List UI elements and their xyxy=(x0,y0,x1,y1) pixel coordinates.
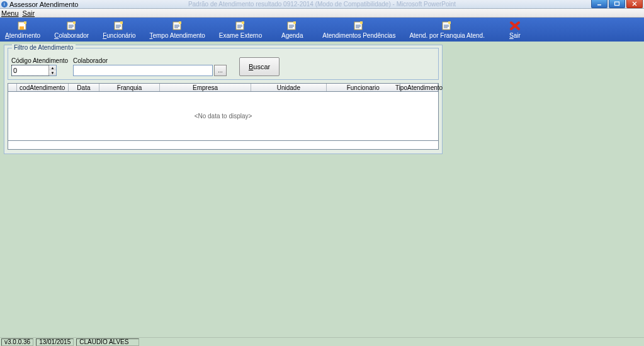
tool-label: Atendimentos Pendências xyxy=(322,32,395,39)
menu-item-menu[interactable]: Menu xyxy=(1,9,19,17)
tool-sair[interactable]: Sair xyxy=(499,20,531,39)
codigo-label: Código Atendimento xyxy=(11,57,68,64)
tool-atend-pendencias[interactable]: Atendimentos Pendências xyxy=(322,20,395,39)
grid-col-unidade[interactable]: Unidade xyxy=(251,84,326,91)
tool-colaborador[interactable]: Colaborador xyxy=(54,20,89,39)
codigo-input[interactable] xyxy=(12,65,48,75)
grid-col-tipoatendimento[interactable]: TipoAtendimento xyxy=(400,84,438,91)
tool-tempo-atendimento[interactable]: Tempo Atendimento xyxy=(149,20,205,39)
tool-exame-externo[interactable]: Exame Externo xyxy=(219,20,262,39)
colaborador-icon xyxy=(65,20,78,31)
svg-rect-1 xyxy=(615,2,619,6)
grid-footer-scroll[interactable] xyxy=(8,141,439,150)
exame-icon xyxy=(234,20,247,31)
grid-col-empresa[interactable]: Empresa xyxy=(160,84,251,91)
buscar-button[interactable]: Buscar xyxy=(239,57,280,76)
grid-body: <No data to display> xyxy=(8,92,439,141)
svg-rect-0 xyxy=(597,4,601,6)
minimize-button[interactable] xyxy=(591,0,607,8)
status-user: CLAUDIO ALVES xyxy=(76,338,139,346)
grid-col-data[interactable]: Data xyxy=(69,84,100,91)
spinner-arrows[interactable]: ▲ ▼ xyxy=(48,65,56,75)
tool-label: Funcionário xyxy=(103,32,135,39)
pendencias-icon xyxy=(353,20,365,31)
colaborador-input[interactable] xyxy=(73,65,213,76)
svg-rect-18 xyxy=(448,21,451,24)
tool-label: Sair xyxy=(509,32,521,39)
colaborador-lookup-button[interactable]: ... xyxy=(214,65,227,76)
tool-label: Colaborador xyxy=(54,32,89,39)
tool-agenda[interactable]: Agenda xyxy=(276,20,308,39)
svg-rect-16 xyxy=(360,21,363,24)
grid: codAtendimento Data Franquia Empresa Uni… xyxy=(8,83,439,150)
atendimento-panel: Filtro de Atendimento Código Atendimento… xyxy=(4,45,443,154)
fieldset-legend: Filtro de Atendimento xyxy=(12,44,76,51)
filter-fieldset: Filtro de Atendimento Código Atendimento… xyxy=(8,48,439,80)
svg-rect-3 xyxy=(24,21,26,24)
spin-up-icon[interactable]: ▲ xyxy=(49,65,56,70)
tool-atend-franquia[interactable]: Atend. por Franquia Atend. xyxy=(409,20,485,39)
toolbar: Atendimento Colaborador Funcionário Temp… xyxy=(0,18,644,42)
svg-rect-12 xyxy=(242,21,244,24)
svg-rect-8 xyxy=(120,21,123,24)
maximize-button[interactable] xyxy=(609,0,625,8)
window-controls xyxy=(591,0,643,8)
info-icon: i xyxy=(1,1,8,8)
menu-item-sair[interactable]: Sair xyxy=(23,9,35,17)
grid-col-selector[interactable] xyxy=(8,84,17,91)
funcionario-icon xyxy=(113,20,125,31)
grid-col-codatendimento[interactable]: codAtendimento xyxy=(17,84,69,91)
background-app-title: Padrão de Atendimento resultado 0912-201… xyxy=(188,1,456,8)
status-version: v3.0.0.36 xyxy=(1,338,33,346)
status-date: 13/01/2015 xyxy=(36,338,74,346)
grid-empty-text: <No data to display> xyxy=(195,113,252,120)
svg-rect-10 xyxy=(179,21,181,24)
tool-label: Atendimento xyxy=(5,32,40,39)
grid-header: codAtendimento Data Franquia Empresa Uni… xyxy=(8,83,439,92)
tool-label: Exame Externo xyxy=(219,32,262,39)
tool-label: Agenda xyxy=(281,32,303,39)
colaborador-label: Colaborador xyxy=(73,57,227,64)
codigo-spinbox[interactable]: ▲ ▼ xyxy=(11,65,57,76)
tool-label: Tempo Atendimento xyxy=(149,32,205,39)
close-button[interactable] xyxy=(626,0,643,8)
content-area: Filtro de Atendimento Código Atendimento… xyxy=(0,42,644,157)
grid-col-funcionario[interactable]: Funcionario xyxy=(327,84,400,91)
tool-atendimento[interactable]: Atendimento xyxy=(5,20,40,39)
svg-rect-4 xyxy=(20,26,24,30)
tool-label: Atend. por Franquia Atend. xyxy=(409,32,485,39)
tempo-icon xyxy=(171,20,184,31)
agenda-icon xyxy=(286,20,298,31)
spin-down-icon[interactable]: ▼ xyxy=(49,70,56,75)
menubar: Menu Sair xyxy=(0,9,644,18)
svg-rect-14 xyxy=(293,21,296,24)
exit-icon xyxy=(509,20,521,31)
statusbar: v3.0.0.36 13/01/2015 CLAUDIO ALVES xyxy=(0,337,644,346)
tool-funcionario[interactable]: Funcionário xyxy=(103,20,135,39)
grid-col-franquia[interactable]: Franquia xyxy=(99,84,160,91)
atendimento-icon xyxy=(16,20,29,31)
svg-rect-6 xyxy=(73,21,76,24)
franquia-icon xyxy=(441,20,453,31)
window-titlebar: i Assessor Atendimento Padrão de Atendim… xyxy=(0,0,644,9)
window-title: Assessor Atendimento xyxy=(9,1,78,8)
